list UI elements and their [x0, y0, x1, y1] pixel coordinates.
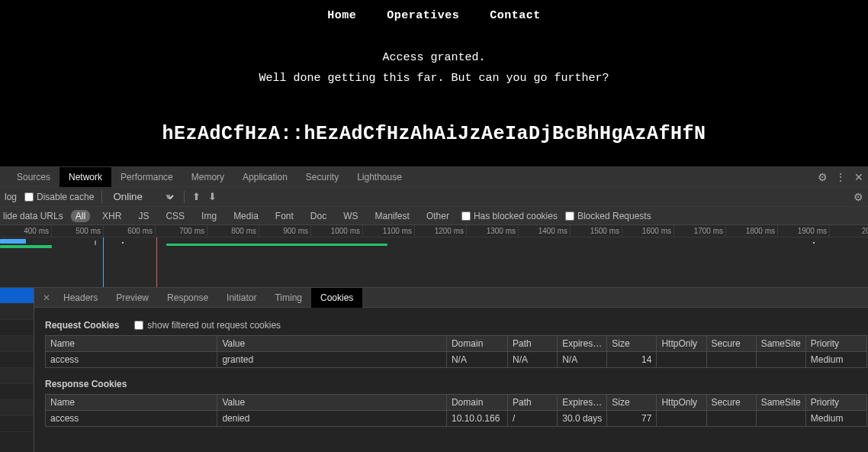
filter-all[interactable]: All [71, 210, 90, 222]
blocked-requests-checkbox[interactable] [565, 211, 574, 221]
column-header[interactable]: Size [607, 336, 657, 352]
gear-icon[interactable]: ⚙ [813, 171, 831, 183]
request-row[interactable] [0, 368, 34, 384]
tab-application[interactable]: Application [233, 167, 297, 187]
column-header[interactable]: Size [607, 395, 657, 411]
request-cookies-heading: Request Cookies [45, 320, 119, 331]
blocked-requests-toggle[interactable]: Blocked Requests [565, 211, 651, 221]
disable-cache-checkbox[interactable] [24, 192, 34, 202]
timeline-bar [166, 244, 387, 246]
column-header[interactable]: HttpOnly [657, 336, 706, 352]
timeline-tick: 1700 ms [674, 225, 726, 237]
close-icon[interactable]: ✕ [850, 171, 868, 183]
column-header[interactable]: Domain [446, 395, 507, 411]
site-nav: Home Operatives Contact [0, 0, 868, 22]
request-row[interactable] [0, 400, 34, 416]
column-header[interactable]: Domain [446, 336, 507, 352]
timeline-tick: 900 ms [259, 225, 311, 237]
timeline-tick: 1300 ms [467, 225, 519, 237]
tab-memory[interactable]: Memory [182, 167, 233, 187]
column-header[interactable]: Expires … [558, 336, 607, 352]
timeline-tick: 1100 ms [363, 225, 415, 237]
download-icon[interactable]: ⬇ [208, 191, 217, 202]
gear-icon[interactable]: ⚙ [854, 191, 863, 203]
timeline-dot [122, 242, 124, 244]
cookie-cell: 30.0 days [558, 411, 607, 427]
nav-link-contact[interactable]: Contact [490, 9, 541, 22]
tab-cookies[interactable]: Cookies [311, 288, 362, 308]
filter-css[interactable]: CSS [161, 210, 189, 222]
tab-sources[interactable]: Sources [8, 167, 59, 187]
timeline-bar [95, 241, 96, 245]
timeline-tick: 800 ms [207, 225, 259, 237]
tab-performance[interactable]: Performance [111, 167, 182, 187]
cookie-row[interactable]: accessgrantedN/AN/AN/A14Medium [46, 352, 867, 368]
domcontentloaded-line [103, 237, 104, 287]
tab-network[interactable]: Network [59, 167, 111, 187]
nav-link-home[interactable]: Home [327, 9, 356, 22]
cookie-cell: access [46, 411, 217, 427]
tab-response[interactable]: Response [158, 288, 217, 308]
column-header[interactable]: Value [217, 395, 447, 411]
filter-manifest[interactable]: Manifest [371, 210, 414, 222]
has-blocked-cookies-toggle[interactable]: Has blocked cookies [461, 211, 558, 221]
tab-headers[interactable]: Headers [54, 288, 107, 308]
column-header[interactable]: Priority [805, 395, 866, 411]
close-icon[interactable]: ✕ [39, 292, 54, 303]
filter-js[interactable]: JS [133, 210, 153, 222]
filter-other[interactable]: Other [422, 210, 454, 222]
disable-cache-toggle[interactable]: Disable cache [24, 192, 94, 202]
column-header[interactable]: SameSite [756, 395, 805, 411]
request-row-selected[interactable] [0, 288, 34, 304]
hide-data-urls-label: lide data URLs [3, 211, 63, 221]
response-cookies-table: NameValueDomainPathExpires …SizeHttpOnly… [45, 394, 867, 427]
tab-lighthouse[interactable]: Lighthouse [348, 167, 411, 187]
request-row[interactable] [0, 320, 34, 336]
column-header[interactable]: Name [46, 395, 217, 411]
tab-security[interactable]: Security [297, 167, 348, 187]
filter-doc[interactable]: Doc [306, 210, 331, 222]
more-icon[interactable]: ⋮ [831, 171, 850, 183]
request-row[interactable] [0, 336, 34, 352]
nav-link-operatives[interactable]: Operatives [387, 9, 459, 22]
column-header[interactable]: Name [46, 336, 217, 352]
has-blocked-cookies-label: Has blocked cookies [474, 211, 558, 221]
separator [184, 191, 185, 203]
column-header[interactable]: Path [508, 336, 558, 352]
throttling-select[interactable]: Online [110, 189, 176, 205]
cookie-cell [756, 411, 805, 427]
show-filtered-checkbox[interactable] [134, 321, 143, 330]
column-header[interactable]: Path [508, 395, 558, 411]
filter-ws[interactable]: WS [339, 210, 362, 222]
tab-initiator[interactable]: Initiator [217, 288, 265, 308]
response-cookies-heading: Response Cookies [45, 379, 127, 389]
request-row[interactable] [0, 304, 34, 320]
request-cookies-table: NameValueDomainPathExpires …SizeHttpOnly… [45, 335, 867, 368]
column-header[interactable]: Value [217, 336, 447, 352]
request-row[interactable] [0, 416, 34, 432]
request-row[interactable] [0, 352, 34, 368]
filter-font[interactable]: Font [271, 210, 298, 222]
tab-preview[interactable]: Preview [107, 288, 158, 308]
timeline-tick: 1000 ms [311, 225, 363, 237]
filter-media[interactable]: Media [229, 210, 263, 222]
column-header[interactable]: Expires … [558, 395, 607, 411]
cookie-row[interactable]: accessdenied10.10.0.166/30.0 days77Mediu… [46, 411, 867, 427]
cookie-cell [756, 352, 805, 368]
show-filtered-toggle[interactable]: show filtered out request cookies [134, 320, 281, 331]
column-header[interactable]: HttpOnly [657, 395, 706, 411]
column-header[interactable]: Secure [706, 336, 756, 352]
request-list[interactable] [0, 288, 34, 452]
timeline-tick: 1800 ms [726, 225, 778, 237]
tab-timing[interactable]: Timing [265, 288, 311, 308]
column-header[interactable]: SameSite [756, 336, 805, 352]
column-header[interactable]: Secure [706, 395, 756, 411]
filter-img[interactable]: Img [197, 210, 221, 222]
filter-xhr[interactable]: XHR [98, 210, 126, 222]
network-timeline[interactable]: 400 ms500 ms600 ms700 ms800 ms900 ms1000… [0, 225, 868, 288]
has-blocked-cookies-checkbox[interactable] [461, 211, 471, 221]
request-row[interactable] [0, 384, 34, 400]
column-header[interactable]: Priority [805, 336, 866, 352]
upload-icon[interactable]: ⬆ [192, 191, 201, 202]
network-filter-bar: lide data URLs All XHR JS CSS Img Media … [0, 207, 868, 225]
